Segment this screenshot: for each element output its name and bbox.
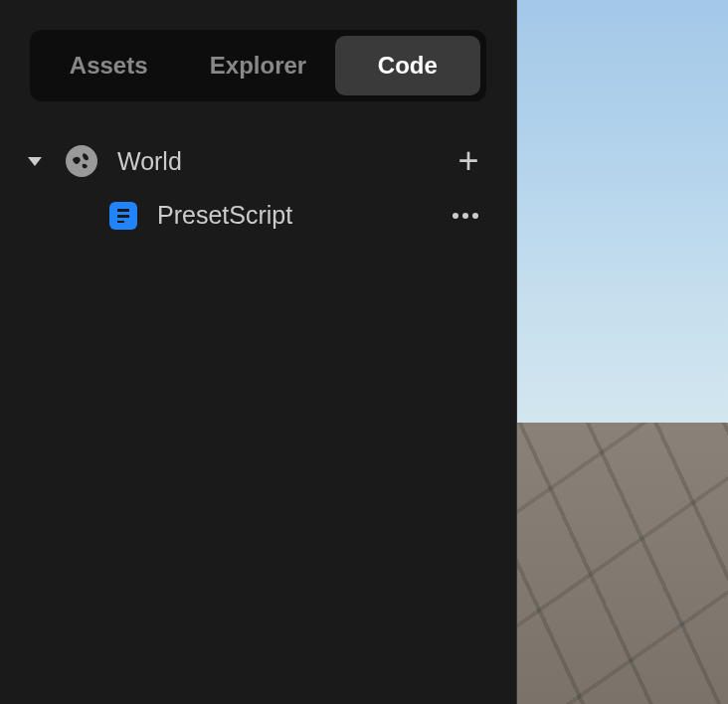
3d-viewport[interactable] xyxy=(517,0,728,704)
ground-plane xyxy=(517,423,728,704)
expand-toggle-icon[interactable] xyxy=(28,157,42,166)
tab-explorer[interactable]: Explorer xyxy=(185,36,330,95)
dot-icon xyxy=(472,213,478,219)
globe-icon xyxy=(66,145,97,177)
sky-background xyxy=(517,0,728,423)
tab-assets[interactable]: Assets xyxy=(36,36,181,95)
code-tree: World + PresetScript xyxy=(0,121,516,704)
sidebar-panel: Assets Explorer Code World + xyxy=(0,0,517,704)
tab-bar: Assets Explorer Code xyxy=(30,30,486,101)
script-label: PresetScript xyxy=(157,201,423,230)
tab-code[interactable]: Code xyxy=(335,36,480,95)
add-script-button[interactable]: + xyxy=(449,141,488,181)
dot-icon xyxy=(462,213,468,219)
tree-item-world[interactable]: World + xyxy=(20,131,496,191)
more-options-button[interactable] xyxy=(443,203,488,229)
script-icon xyxy=(109,202,137,230)
world-label: World xyxy=(117,147,429,176)
dot-icon xyxy=(453,213,458,219)
tree-item-script[interactable]: PresetScript xyxy=(20,191,496,240)
app-container: Assets Explorer Code World + xyxy=(0,0,728,704)
